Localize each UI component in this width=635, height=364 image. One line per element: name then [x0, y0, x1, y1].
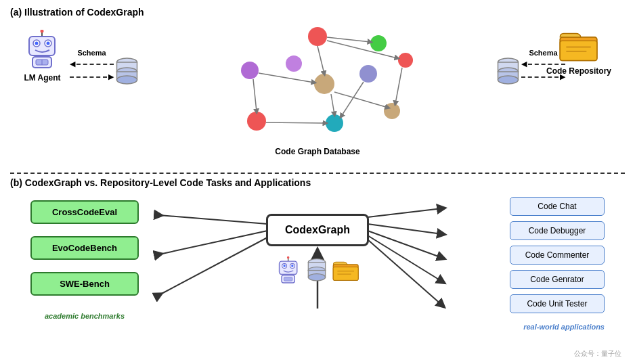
arrow-left-1: ◀ [70, 60, 114, 68]
benchmark-crosscodeeval: CrossCodeEval [30, 200, 139, 224]
app-group-label: real-world applications [510, 323, 605, 331]
center-node: CodexGraph [266, 214, 369, 285]
graph-area: Code Graph Database [179, 23, 456, 152]
svg-line-31 [334, 92, 388, 108]
db-icon-right [496, 57, 520, 90]
svg-point-16 [370, 35, 387, 51]
code-repo-label: Code Repository [546, 66, 611, 76]
app-code-generator: Code Genrator [510, 270, 605, 289]
app-code-unit-tester: Code Unit Tester [510, 294, 605, 313]
folder-icon [559, 30, 599, 64]
center-robot-icon [276, 256, 301, 285]
left-benchmarks: CrossCodeEval EvoCodeBench SWE-Bench aca… [30, 200, 139, 320]
svg-point-23 [326, 114, 343, 132]
svg-point-14 [117, 76, 137, 84]
svg-rect-41 [560, 41, 597, 60]
section-b-content: CrossCodeEval EvoCodeBench SWE-Bench aca… [10, 194, 625, 349]
right-apps: Code Chat Code Debugger Code Commenter C… [510, 197, 605, 331]
svg-point-1 [41, 30, 44, 33]
svg-line-33 [266, 122, 326, 123]
section-b: (b) CodexGraph vs. Repository-Level Code… [10, 177, 625, 360]
lm-agent: LM Agent [24, 30, 61, 83]
schema-label-left: Schema [77, 49, 106, 57]
svg-line-49 [368, 231, 442, 258]
app-code-debugger: Code Debugger [510, 221, 605, 240]
svg-point-58 [283, 265, 285, 267]
svg-line-51 [368, 240, 442, 305]
svg-line-34 [395, 68, 402, 104]
center-db-icon [307, 258, 327, 283]
svg-line-44 [159, 215, 267, 224]
svg-line-25 [318, 46, 324, 74]
svg-line-48 [368, 224, 442, 234]
svg-point-22 [247, 112, 266, 131]
arrow-right-1: ▶ [70, 72, 114, 81]
svg-point-59 [291, 265, 293, 267]
svg-point-20 [359, 65, 377, 83]
section-a-content: LM Agent Schema ◀ [10, 23, 625, 158]
svg-line-27 [327, 37, 370, 42]
app-code-chat: Code Chat [510, 197, 605, 216]
section-divider [10, 173, 625, 174]
svg-line-45 [159, 231, 267, 254]
svg-line-29 [253, 79, 257, 112]
svg-point-66 [308, 274, 325, 281]
svg-line-26 [327, 41, 397, 58]
section-b-title: (b) CodexGraph vs. Repository-Level Code… [10, 177, 625, 188]
watermark: 公众号：量子位 [574, 349, 621, 359]
svg-point-15 [308, 27, 327, 46]
svg-point-5 [35, 42, 39, 45]
svg-line-30 [331, 94, 334, 114]
center-icons [276, 256, 359, 285]
svg-line-50 [368, 235, 442, 281]
svg-line-47 [368, 208, 442, 217]
schema-arrows-left: Schema ◀ ▶ [70, 49, 114, 83]
db-icon-left [115, 57, 139, 90]
svg-point-19 [314, 74, 334, 94]
benchmark-swebench: SWE-Bench [30, 272, 139, 296]
code-repo: Code Repository [546, 30, 611, 76]
lm-agent-label: LM Agent [24, 73, 60, 83]
svg-rect-68 [333, 267, 358, 280]
section-a: (a) Illustration of CodexGraph [10, 7, 625, 169]
svg-point-54 [287, 256, 289, 258]
center-folder-icon [332, 259, 359, 283]
benchmark-group-label: academic benchmarks [30, 312, 139, 320]
codexgraph-box: CodexGraph [266, 214, 369, 246]
svg-point-39 [498, 76, 519, 84]
svg-point-18 [286, 55, 302, 72]
svg-point-21 [398, 53, 413, 68]
app-code-commenter: Code Commenter [510, 246, 605, 265]
svg-line-46 [159, 237, 267, 295]
benchmark-evocodeeval: EvoCodeBench [30, 236, 139, 260]
svg-rect-61 [284, 277, 292, 281]
svg-line-28 [259, 73, 314, 83]
section-a-title: (a) Illustration of CodexGraph [10, 7, 625, 18]
robot-icon [24, 30, 61, 70]
svg-point-24 [384, 103, 400, 119]
graph-label: Code Graph Database [179, 147, 456, 156]
svg-point-17 [241, 62, 259, 79]
main-container: (a) Illustration of CodexGraph [0, 0, 635, 364]
svg-point-6 [47, 42, 50, 45]
